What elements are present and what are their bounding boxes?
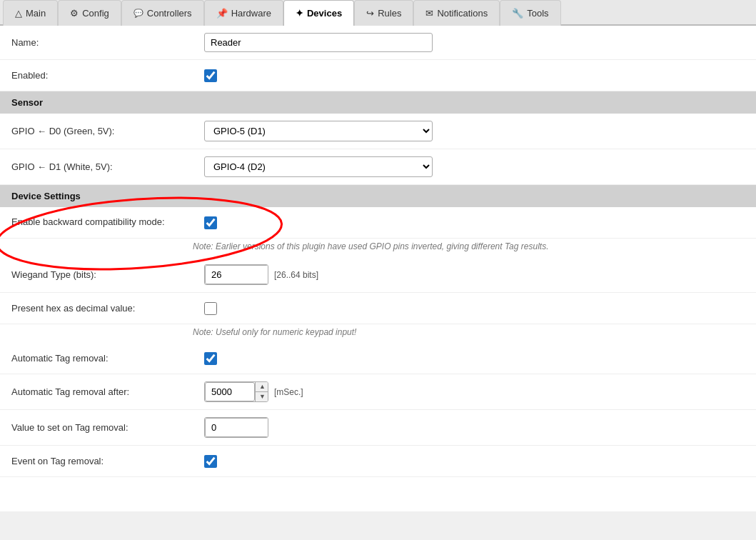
present-hex-row: Present hex as decimal value: — [0, 293, 756, 324]
wiegand-range-label: [26..64 bits] — [274, 270, 318, 280]
backward-compat-checkbox[interactable] — [204, 216, 217, 229]
enabled-checkbox[interactable] — [204, 69, 217, 82]
backward-compat-row: Enable backward compatibility mode: — [0, 207, 756, 239]
auto-tag-removal-row: Automatic Tag removal: — [0, 343, 756, 374]
notifications-icon: ✉ — [425, 8, 433, 19]
present-hex-checkbox[interactable] — [204, 302, 217, 315]
tab-bar: △ Main ⚙ Config 💬 Controllers 📌 Hardware… — [0, 0, 756, 26]
auto-tag-removal-after-spinner: ▲ ▼ — [204, 381, 268, 402]
wiegand-type-value-container: ▲ ▼ [26..64 bits] — [204, 264, 745, 285]
tab-controllers[interactable]: 💬 Controllers — [121, 0, 204, 26]
main-content: Name: Enabled: Sensor GPIO ← D0 (Green, … — [0, 26, 756, 511]
present-hex-value-container — [204, 302, 745, 315]
value-tag-removal-value-container: ▲ ▼ — [204, 417, 745, 438]
rules-icon: ↪ — [366, 8, 374, 19]
tab-config[interactable]: ⚙ Config — [58, 0, 121, 26]
backward-compat-note: Note: Earlier versions of this plugin ha… — [0, 239, 756, 257]
present-hex-note: Note: Useful only for numeric keypad inp… — [0, 324, 756, 343]
device-settings-header: Device Settings — [0, 185, 756, 207]
wiegand-type-row: Wiegand Type (bits): ▲ ▼ [26..64 bits] — [0, 257, 756, 293]
gpio-d0-value-container: GPIO-5 (D1) GPIO-4 (D2) GPIO-3 (D3) GPIO… — [204, 121, 745, 141]
name-row: Name: — [0, 26, 756, 60]
tab-devices[interactable]: ✦ Devices — [283, 0, 354, 26]
gpio-d1-row: GPIO ← D1 (White, 5V): GPIO-4 (D2) GPIO-… — [0, 149, 756, 185]
wiegand-type-label: Wiegand Type (bits): — [11, 269, 204, 280]
auto-tag-removal-unit: [mSec.] — [274, 387, 303, 397]
tab-main[interactable]: △ Main — [3, 0, 58, 26]
enabled-value-container — [204, 69, 745, 82]
enabled-label: Enabled: — [11, 70, 204, 81]
value-tag-removal-input[interactable] — [205, 418, 268, 437]
gpio-d0-label: GPIO ← D0 (Green, 5V): — [11, 126, 204, 136]
event-tag-removal-value-container — [204, 455, 745, 468]
value-tag-removal-spinner: ▲ ▼ — [204, 417, 268, 438]
auto-tag-removal-after-spinner-buttons: ▲ ▼ — [255, 382, 268, 401]
auto-tag-removal-value-container — [204, 352, 745, 365]
auto-tag-removal-after-label: Automatic Tag removal after: — [11, 386, 204, 397]
gpio-d0-row: GPIO ← D0 (Green, 5V): GPIO-5 (D1) GPIO-… — [0, 114, 756, 149]
auto-tag-removal-label: Automatic Tag removal: — [11, 353, 204, 364]
auto-tag-removal-after-value-container: ▲ ▼ [mSec.] — [204, 381, 745, 402]
gpio-d1-select[interactable]: GPIO-4 (D2) GPIO-5 (D1) GPIO-3 (D3) GPIO… — [204, 156, 433, 177]
tab-tools[interactable]: 🔧 Tools — [500, 0, 560, 26]
name-label: Name: — [11, 37, 204, 48]
tab-rules[interactable]: ↪ Rules — [354, 0, 413, 26]
gpio-d1-value-container: GPIO-4 (D2) GPIO-5 (D1) GPIO-3 (D3) GPIO… — [204, 156, 745, 177]
name-value-container — [204, 33, 745, 52]
sensor-header: Sensor — [0, 91, 756, 114]
controllers-icon: 💬 — [133, 9, 143, 18]
auto-tag-removal-after-decrement[interactable]: ▼ — [256, 391, 268, 401]
tab-notifications[interactable]: ✉ Notifications — [413, 0, 500, 26]
wiegand-type-spinner: ▲ ▼ — [204, 264, 268, 285]
auto-tag-removal-checkbox[interactable] — [204, 352, 217, 365]
tab-hardware[interactable]: 📌 Hardware — [204, 0, 283, 26]
value-tag-removal-row: Value to set on Tag removal: ▲ ▼ — [0, 410, 756, 446]
gpio-d0-select[interactable]: GPIO-5 (D1) GPIO-4 (D2) GPIO-3 (D3) GPIO… — [204, 121, 433, 141]
value-tag-removal-label: Value to set on Tag removal: — [11, 422, 204, 433]
backward-compat-label: Enable backward compatibility mode: — [11, 216, 204, 229]
present-hex-label: Present hex as decimal value: — [11, 303, 204, 314]
devices-icon: ✦ — [296, 8, 303, 19]
auto-tag-removal-after-row: Automatic Tag removal after: ▲ ▼ [mSec.] — [0, 374, 756, 410]
gpio-d1-label: GPIO ← D1 (White, 5V): — [11, 161, 204, 172]
auto-tag-removal-after-input[interactable] — [205, 382, 255, 401]
name-input[interactable] — [204, 33, 433, 52]
event-tag-removal-label: Event on Tag removal: — [11, 456, 204, 466]
wiegand-type-input[interactable] — [205, 265, 268, 284]
event-tag-removal-row: Event on Tag removal: — [0, 446, 756, 477]
enabled-row: Enabled: — [0, 60, 756, 91]
auto-tag-removal-after-increment[interactable]: ▲ — [256, 382, 268, 391]
config-icon: ⚙ — [70, 8, 79, 19]
tools-icon: 🔧 — [512, 8, 523, 19]
backward-compat-value-container — [204, 216, 745, 229]
main-icon: △ — [15, 8, 22, 19]
hardware-icon: 📌 — [216, 8, 228, 19]
event-tag-removal-checkbox[interactable] — [204, 455, 217, 468]
